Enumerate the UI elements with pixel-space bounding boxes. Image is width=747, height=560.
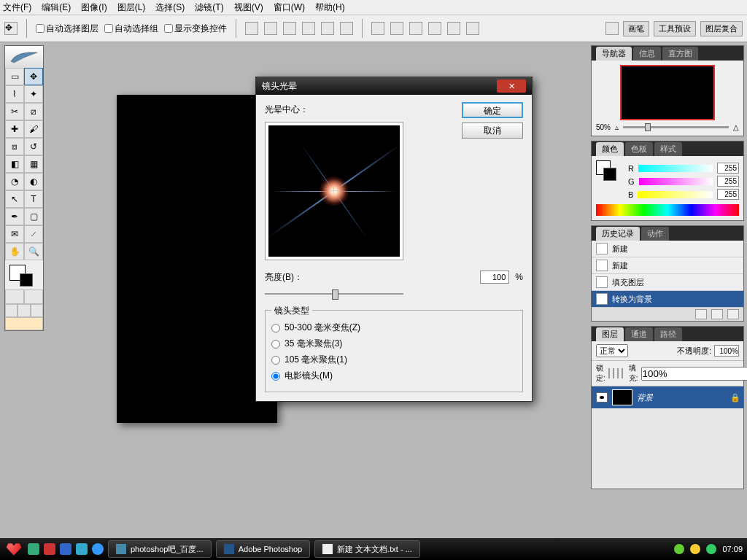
auto-select-layer-checkbox[interactable]: 自动选择图层 bbox=[36, 23, 98, 35]
show-transform-checkbox[interactable]: 显示变换控件 bbox=[164, 23, 227, 35]
menu-help[interactable]: 帮助(H) bbox=[315, 1, 345, 14]
b-slider[interactable] bbox=[638, 191, 713, 198]
layer-row-background[interactable]: 背景 🔒 bbox=[592, 386, 743, 408]
taskbar-item-notepad[interactable]: 新建 文本文档.txt - ... bbox=[314, 540, 420, 558]
history-item-current[interactable]: 转换为背景 bbox=[592, 291, 743, 308]
notes-tool[interactable]: ✉ bbox=[5, 225, 24, 243]
tray-icon[interactable] bbox=[706, 544, 716, 554]
brush-tool[interactable]: 🖌 bbox=[24, 120, 43, 138]
quicklaunch-icon[interactable] bbox=[92, 543, 104, 555]
zoom-out-icon[interactable]: ▵ bbox=[615, 123, 619, 131]
opacity-input[interactable] bbox=[714, 345, 739, 357]
menu-select[interactable]: 选择(S) bbox=[155, 1, 185, 14]
snapshot-icon[interactable] bbox=[711, 309, 723, 319]
tool-presets-tab[interactable]: 工具预设 bbox=[654, 21, 696, 36]
r-slider[interactable] bbox=[638, 165, 713, 172]
slice-tool[interactable]: ⧄ bbox=[24, 103, 43, 120]
gradient-tool[interactable]: ▦ bbox=[24, 155, 43, 173]
lens-option-zoom[interactable]: 50-300 毫米变焦(Z) bbox=[271, 322, 516, 334]
taskbar-item-photoshop[interactable]: Adobe Photoshop bbox=[216, 540, 310, 558]
imageready-button[interactable] bbox=[5, 317, 43, 330]
lock-pixels-icon[interactable] bbox=[613, 368, 614, 378]
menu-image[interactable]: 图像(I) bbox=[81, 1, 107, 14]
blur-tool[interactable]: ◔ bbox=[5, 173, 24, 190]
dodge-tool[interactable]: ◐ bbox=[24, 173, 43, 190]
zoom-slider[interactable] bbox=[623, 126, 729, 128]
color-swatch[interactable] bbox=[5, 260, 43, 289]
close-button[interactable]: ✕ bbox=[497, 79, 526, 93]
menu-window[interactable]: 窗口(W) bbox=[274, 1, 305, 14]
align-icon[interactable] bbox=[340, 22, 353, 35]
menu-layer[interactable]: 图层(L) bbox=[117, 1, 146, 14]
path-tool[interactable]: ↖ bbox=[5, 190, 24, 208]
align-icon[interactable] bbox=[264, 22, 277, 35]
tray-icon[interactable] bbox=[690, 544, 700, 554]
heal-tool[interactable]: ✚ bbox=[5, 120, 24, 138]
distribute-icon[interactable] bbox=[371, 22, 384, 35]
tab-channels[interactable]: 通道 bbox=[625, 327, 653, 341]
tray-icon[interactable] bbox=[674, 544, 684, 554]
tab-info[interactable]: 信息 bbox=[633, 47, 661, 61]
shape-tool[interactable]: ▢ bbox=[24, 208, 43, 225]
align-icon[interactable] bbox=[321, 22, 334, 35]
screen-mode-2[interactable] bbox=[18, 304, 30, 317]
tab-paths[interactable]: 路径 bbox=[654, 327, 682, 341]
distribute-icon[interactable] bbox=[466, 22, 479, 35]
tab-styles[interactable]: 样式 bbox=[654, 142, 682, 156]
move-tool[interactable]: ✥ bbox=[24, 68, 43, 85]
g-input[interactable] bbox=[717, 176, 739, 187]
lens-option-105mm[interactable]: 105 毫米聚焦(1) bbox=[271, 354, 516, 366]
taskbar-item-browser[interactable]: photoshop吧_百度... bbox=[108, 540, 212, 558]
lasso-tool[interactable]: ⌇ bbox=[5, 85, 24, 103]
flare-preview[interactable] bbox=[265, 122, 403, 260]
history-snapshot[interactable]: 新建 bbox=[592, 241, 743, 257]
quicklaunch-icon[interactable] bbox=[44, 543, 55, 555]
quicklaunch-icon[interactable] bbox=[28, 543, 39, 555]
tab-history[interactable]: 历史记录 bbox=[596, 227, 640, 241]
eraser-tool[interactable]: ◧ bbox=[5, 155, 24, 173]
tab-swatches[interactable]: 色板 bbox=[625, 142, 653, 156]
brushes-tab[interactable]: 画笔 bbox=[623, 21, 649, 36]
brightness-slider[interactable] bbox=[265, 288, 403, 300]
history-brush-tool[interactable]: ↺ bbox=[24, 138, 43, 155]
lens-option-movie[interactable]: 电影镜头(M) bbox=[271, 370, 516, 382]
screen-mode-3[interactable] bbox=[31, 304, 43, 317]
crop-tool[interactable]: ✂ bbox=[5, 103, 24, 120]
standard-mode[interactable] bbox=[5, 289, 24, 304]
tab-actions[interactable]: 动作 bbox=[641, 227, 669, 241]
slider-thumb[interactable] bbox=[332, 289, 338, 300]
color-swatch-panel[interactable] bbox=[596, 160, 618, 182]
distribute-icon[interactable] bbox=[390, 22, 403, 35]
tab-color[interactable]: 颜色 bbox=[596, 142, 624, 156]
document-canvas[interactable] bbox=[117, 95, 277, 423]
layer-comps-tab[interactable]: 图层复合 bbox=[700, 21, 743, 36]
distribute-icon[interactable] bbox=[447, 22, 460, 35]
menu-filter[interactable]: 滤镜(T) bbox=[195, 1, 223, 14]
background-color[interactable] bbox=[20, 273, 33, 287]
layer-name[interactable]: 背景 bbox=[637, 392, 726, 403]
distribute-icon[interactable] bbox=[409, 22, 422, 35]
navigator-thumbnail[interactable] bbox=[620, 65, 715, 120]
cancel-button[interactable]: 取消 bbox=[462, 122, 523, 139]
zoom-in-icon[interactable]: △ bbox=[733, 123, 739, 131]
r-input[interactable] bbox=[717, 163, 739, 174]
fill-input[interactable] bbox=[641, 367, 747, 381]
start-icon[interactable] bbox=[4, 541, 23, 557]
wand-tool[interactable]: ✦ bbox=[24, 85, 43, 103]
b-input[interactable] bbox=[717, 189, 739, 200]
tab-navigator[interactable]: 导航器 bbox=[596, 47, 632, 61]
ok-button[interactable]: 确定 bbox=[462, 102, 523, 118]
align-icon[interactable] bbox=[245, 22, 258, 35]
lock-all-icon[interactable] bbox=[622, 368, 623, 378]
quicklaunch-icon[interactable] bbox=[60, 543, 71, 555]
quickmask-mode[interactable] bbox=[24, 289, 43, 304]
screen-mode-1[interactable] bbox=[5, 304, 18, 317]
menu-view[interactable]: 视图(V) bbox=[234, 1, 263, 14]
lens-option-35mm[interactable]: 35 毫米聚焦(3) bbox=[271, 338, 516, 350]
workspace-icon[interactable] bbox=[605, 22, 619, 35]
visibility-eye-icon[interactable] bbox=[596, 392, 608, 402]
distribute-icon[interactable] bbox=[428, 22, 441, 35]
zoom-tool[interactable]: 🔍 bbox=[24, 243, 43, 260]
stamp-tool[interactable]: ⧈ bbox=[5, 138, 24, 155]
blend-mode-select[interactable]: 正常 bbox=[596, 344, 628, 357]
